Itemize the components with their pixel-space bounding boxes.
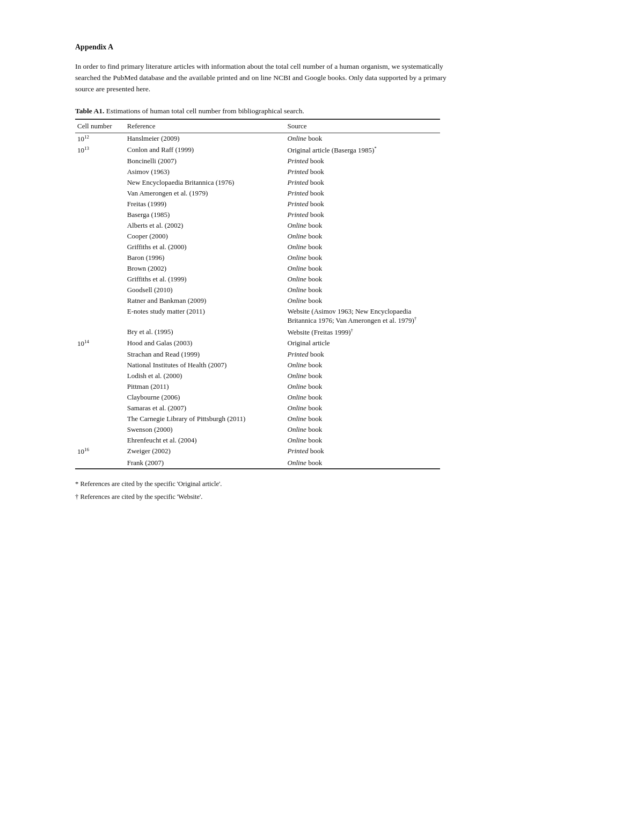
cell-number	[75, 188, 125, 199]
reference-cell: Frank (2007)	[125, 458, 286, 469]
source-cell: Online book	[286, 242, 441, 252]
table-caption-rest: Estimations of human total cell number f…	[104, 107, 304, 115]
cell-number: 1013	[75, 144, 125, 156]
table-row: The Carnegie Library of Pittsburgh (2011…	[75, 414, 440, 424]
table-row: Bry et al. (1995)Website (Freitas 1999)†	[75, 327, 440, 338]
reference-cell: Freitas (1999)	[125, 199, 286, 209]
table-row: Ehrenfeucht et al. (2004)Online book	[75, 435, 440, 446]
source-cell: Online book	[286, 458, 441, 469]
cell-number	[75, 242, 125, 252]
cell-number	[75, 156, 125, 166]
cell-number	[75, 349, 125, 360]
source-cell: Online book	[286, 360, 441, 371]
table-row: Asimov (1963)Printed book	[75, 166, 440, 177]
cell-number	[75, 424, 125, 435]
table-row: Claybourne (2006)Online book	[75, 392, 440, 403]
source-cell: Online book	[286, 295, 441, 306]
cell-number: 1014	[75, 338, 125, 349]
source-cell: Online book	[286, 392, 441, 403]
table-header-row: Cell number Reference Source	[75, 119, 440, 133]
source-cell: Online book	[286, 220, 441, 231]
source-cell: Printed book	[286, 177, 441, 188]
source-cell: Online book	[286, 252, 441, 263]
reference-cell: Conlon and Raff (1999)	[125, 144, 286, 156]
reference-cell: Baserga (1985)	[125, 209, 286, 220]
cell-number	[75, 252, 125, 263]
source-cell: Printed book	[286, 166, 441, 177]
intro-text: In order to find primary literature arti…	[75, 61, 451, 95]
footnote-2: † References are cited by the specific '…	[75, 492, 451, 502]
cell-number	[75, 306, 125, 326]
reference-cell: Samaras et al. (2007)	[125, 403, 286, 414]
reference-cell: Brown (2002)	[125, 263, 286, 274]
reference-cell: Baron (1996)	[125, 252, 286, 263]
col-header-source: Source	[286, 119, 441, 133]
source-cell: Website (Freitas 1999)†	[286, 327, 441, 338]
reference-cell: Zweiger (2002)	[125, 446, 286, 457]
cell-number	[75, 392, 125, 403]
reference-cell: Van Amerongen et al. (1979)	[125, 188, 286, 199]
col-header-cell-number: Cell number	[75, 119, 125, 133]
main-table: Cell number Reference Source 1012Hanslme…	[75, 119, 440, 469]
cell-number	[75, 458, 125, 469]
source-cell: Online book	[286, 414, 441, 424]
source-cell: Online book	[286, 133, 441, 144]
table-row: National Institutes of Health (2007)Onli…	[75, 360, 440, 371]
reference-cell: The Carnegie Library of Pittsburgh (2011…	[125, 414, 286, 424]
table-row: Baserga (1985)Printed book	[75, 209, 440, 220]
reference-cell: Cooper (2000)	[125, 231, 286, 242]
source-cell: Original article (Baserga 1985)*	[286, 144, 441, 156]
table-row: Goodsell (2010)Online book	[75, 285, 440, 295]
source-cell: Printed book	[286, 156, 441, 166]
reference-cell: National Institutes of Health (2007)	[125, 360, 286, 371]
cell-number	[75, 274, 125, 285]
table-row: 1013Conlon and Raff (1999)Original artic…	[75, 144, 440, 156]
table-row: Lodish et al. (2000)Online book	[75, 371, 440, 381]
source-cell: Printed book	[286, 209, 441, 220]
table-row: 1016Zweiger (2002)Printed book	[75, 446, 440, 457]
cell-number	[75, 177, 125, 188]
source-cell: Online book	[286, 381, 441, 392]
reference-cell: Asimov (1963)	[125, 166, 286, 177]
reference-cell: Lodish et al. (2000)	[125, 371, 286, 381]
reference-cell: Claybourne (2006)	[125, 392, 286, 403]
table-row: Boncinelli (2007)Printed book	[75, 156, 440, 166]
cell-number	[75, 414, 125, 424]
reference-cell: Griffiths et al. (1999)	[125, 274, 286, 285]
source-cell: Online book	[286, 403, 441, 414]
table-row: Brown (2002)Online book	[75, 263, 440, 274]
source-cell: Online book	[286, 371, 441, 381]
cell-number	[75, 435, 125, 446]
cell-number	[75, 327, 125, 338]
cell-number	[75, 381, 125, 392]
table-row: 1014Hood and Galas (2003)Original articl…	[75, 338, 440, 349]
source-cell: Online book	[286, 274, 441, 285]
table-row: Ratner and Bankman (2009)Online book	[75, 295, 440, 306]
table-row: Samaras et al. (2007)Online book	[75, 403, 440, 414]
source-cell: Online book	[286, 231, 441, 242]
cell-number	[75, 231, 125, 242]
reference-cell: New Encyclopaedia Britannica (1976)	[125, 177, 286, 188]
table-row: Pittman (2011)Online book	[75, 381, 440, 392]
reference-cell: Ratner and Bankman (2009)	[125, 295, 286, 306]
source-cell: Printed book	[286, 188, 441, 199]
cell-number	[75, 209, 125, 220]
source-cell: Online book	[286, 285, 441, 295]
reference-cell: Strachan and Read (1999)	[125, 349, 286, 360]
table-caption: Table A1. Estimations of human total cel…	[75, 107, 569, 115]
appendix-title: Appendix A	[75, 43, 569, 52]
footnote-1: * References are cited by the specific '…	[75, 479, 451, 489]
cell-number	[75, 285, 125, 295]
cell-number	[75, 199, 125, 209]
table-row: Griffiths et al. (1999)Online book	[75, 274, 440, 285]
cell-number	[75, 263, 125, 274]
reference-cell: Goodsell (2010)	[125, 285, 286, 295]
reference-cell: Hanslmeier (2009)	[125, 133, 286, 144]
table-row: E-notes study matter (2011)Website (Asim…	[75, 306, 440, 326]
cell-number: 1016	[75, 446, 125, 457]
table-row: New Encyclopaedia Britannica (1976)Print…	[75, 177, 440, 188]
cell-number	[75, 220, 125, 231]
source-cell: Online book	[286, 424, 441, 435]
table-row: Baron (1996)Online book	[75, 252, 440, 263]
table-row: Swenson (2000)Online book	[75, 424, 440, 435]
